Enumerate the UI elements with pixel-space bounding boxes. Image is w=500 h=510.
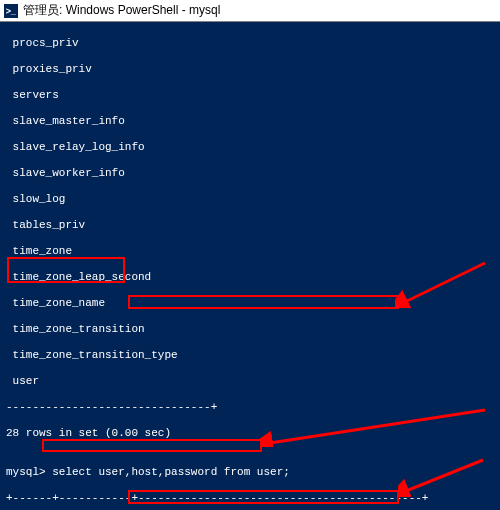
- result-count: 28 rows in set (0.00 sec): [6, 427, 494, 440]
- table-row: slow_log: [6, 193, 494, 206]
- table-row: user: [6, 375, 494, 388]
- table-row: time_zone_leap_second: [6, 271, 494, 284]
- table-row: time_zone_transition: [6, 323, 494, 336]
- window-title: 管理员: Windows PowerShell - mysql: [23, 2, 220, 19]
- separator: -------------------------------+: [6, 401, 494, 414]
- powershell-icon: >_: [4, 4, 18, 18]
- terminal-output[interactable]: procs_priv proxies_priv servers slave_ma…: [0, 22, 500, 510]
- table-row: slave_worker_info: [6, 167, 494, 180]
- table-row: time_zone_transition_type: [6, 349, 494, 362]
- table-row: servers: [6, 89, 494, 102]
- titlebar: >_ 管理员: Windows PowerShell - mysql: [0, 0, 500, 22]
- table-row: time_zone_name: [6, 297, 494, 310]
- table-row: time_zone: [6, 245, 494, 258]
- table-row: tables_priv: [6, 219, 494, 232]
- sql-prompt: mysql> select user,host,password from us…: [6, 466, 494, 479]
- table-row: slave_master_info: [6, 115, 494, 128]
- separator: +------+-----------+--------------------…: [6, 492, 494, 505]
- table-row: procs_priv: [6, 37, 494, 50]
- table-row: slave_relay_log_info: [6, 141, 494, 154]
- table-row: proxies_priv: [6, 63, 494, 76]
